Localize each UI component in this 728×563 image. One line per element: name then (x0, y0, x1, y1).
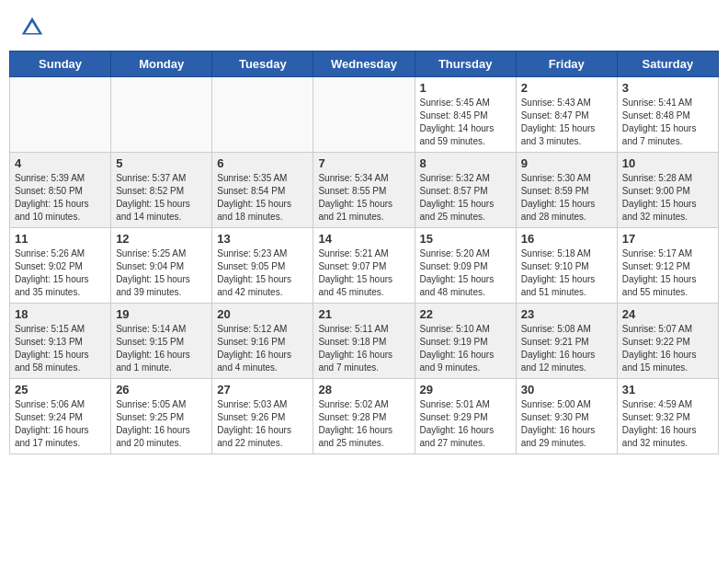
cell-info-line: Daylight: 16 hours (521, 424, 612, 437)
day-header-saturday: Saturday (617, 52, 718, 77)
cell-info-line: Sunrise: 5:14 AM (116, 323, 207, 336)
calendar-cell-11: 11Sunrise: 5:26 AMSunset: 9:02 PMDayligh… (10, 228, 111, 304)
day-number: 3 (622, 81, 713, 95)
cell-info-line: Sunrise: 5:26 AM (15, 247, 106, 260)
day-number: 31 (622, 383, 713, 396)
cell-info-line: Sunset: 9:04 PM (116, 260, 207, 273)
cell-info-line: Daylight: 16 hours (318, 349, 409, 362)
cell-info-line: Daylight: 14 hours (420, 122, 511, 135)
cell-info-line: Daylight: 16 hours (217, 349, 308, 362)
cell-info-line: Sunrise: 5:17 AM (622, 247, 713, 260)
cell-info-line: Sunset: 9:02 PM (15, 260, 106, 273)
day-header-thursday: Thursday (415, 52, 516, 77)
cell-info-line: Daylight: 16 hours (318, 424, 409, 437)
day-number: 19 (116, 307, 207, 321)
cell-info-line: Daylight: 16 hours (622, 424, 713, 437)
cell-info-line: Sunset: 9:00 PM (622, 185, 713, 198)
calendar-cell-2: 2Sunrise: 5:43 AMSunset: 8:47 PMDaylight… (516, 77, 617, 153)
cell-info-line: Daylight: 15 hours (420, 273, 511, 286)
cell-info-line: and 1 minute. (116, 362, 207, 374)
calendar-cell-13: 13Sunrise: 5:23 AMSunset: 9:05 PMDayligh… (212, 228, 313, 304)
cell-info-line: Sunset: 8:45 PM (420, 109, 511, 122)
cell-info-line: Daylight: 15 hours (15, 273, 106, 286)
day-number: 5 (116, 156, 207, 170)
cell-info-line: Daylight: 15 hours (521, 198, 612, 211)
cell-info-line: Sunrise: 5:28 AM (622, 172, 713, 185)
day-number: 4 (15, 156, 106, 170)
cell-info-line: Sunrise: 5:34 AM (318, 172, 409, 185)
calendar-cell-21: 21Sunrise: 5:11 AMSunset: 9:18 PMDayligh… (313, 304, 415, 379)
cell-info-line: and 28 minutes. (521, 211, 612, 224)
cell-info-line: Sunrise: 5:05 AM (116, 398, 207, 411)
day-header-tuesday: Tuesday (212, 52, 313, 77)
cell-info-line: and 25 minutes. (318, 437, 409, 450)
cell-info-line: and 9 minutes. (420, 362, 511, 374)
calendar-cell-4: 4Sunrise: 5:39 AMSunset: 8:50 PMDaylight… (10, 153, 111, 228)
cell-info-line: Sunrise: 5:20 AM (420, 247, 511, 260)
cell-info-line: Daylight: 16 hours (15, 424, 106, 437)
cell-info-line: and 51 minutes. (521, 286, 612, 299)
day-number: 10 (622, 156, 713, 170)
day-number: 16 (521, 232, 612, 246)
cell-info-line: and 7 minutes. (622, 135, 713, 148)
day-number: 15 (420, 232, 511, 246)
cell-info-line: Daylight: 15 hours (217, 273, 308, 286)
calendar-cell-9: 9Sunrise: 5:30 AMSunset: 8:59 PMDaylight… (516, 153, 617, 228)
cell-info-line: and 3 minutes. (521, 135, 612, 148)
cell-info-line: and 42 minutes. (217, 286, 308, 299)
day-header-friday: Friday (516, 52, 617, 77)
cell-info-line: Sunset: 8:59 PM (521, 185, 612, 198)
cell-info-line: and 21 minutes. (318, 211, 409, 224)
cell-info-line: Sunrise: 5:18 AM (521, 247, 612, 260)
cell-info-line: Daylight: 16 hours (217, 424, 308, 437)
cell-info-line: Sunset: 9:07 PM (318, 260, 409, 273)
calendar-cell-1: 1Sunrise: 5:45 AMSunset: 8:45 PMDaylight… (415, 77, 516, 153)
cell-info-line: Sunset: 9:16 PM (217, 336, 308, 349)
day-header-monday: Monday (111, 52, 212, 77)
day-number: 26 (116, 383, 207, 396)
calendar-cell-27: 27Sunrise: 5:03 AMSunset: 9:26 PMDayligh… (212, 379, 313, 454)
cell-info-line: and 35 minutes. (15, 286, 106, 299)
day-number: 28 (318, 383, 409, 396)
cell-info-line: Daylight: 16 hours (420, 424, 511, 437)
cell-info-line: Sunset: 9:32 PM (622, 411, 713, 424)
cell-info-line: Sunrise: 5:10 AM (420, 323, 511, 336)
cell-info-line: Sunrise: 5:32 AM (420, 172, 511, 185)
cell-info-line: Sunrise: 5:01 AM (420, 398, 511, 411)
calendar-cell-14: 14Sunrise: 5:21 AMSunset: 9:07 PMDayligh… (313, 228, 415, 304)
cell-info-line: and 12 minutes. (521, 362, 612, 374)
cell-info-line: Sunset: 9:21 PM (521, 336, 612, 349)
cell-info-line: Daylight: 15 hours (116, 273, 207, 286)
cell-info-line: Sunset: 9:24 PM (15, 411, 106, 424)
cell-info-line: Daylight: 15 hours (521, 273, 612, 286)
logo-icon (18, 14, 46, 41)
cell-info-line: Daylight: 16 hours (521, 349, 612, 362)
cell-info-line: Sunrise: 5:12 AM (217, 323, 308, 336)
cell-info-line: Sunset: 9:15 PM (116, 336, 207, 349)
cell-info-line: Sunset: 9:22 PM (622, 336, 713, 349)
calendar-cell-10: 10Sunrise: 5:28 AMSunset: 9:00 PMDayligh… (617, 153, 718, 228)
cell-info-line: Daylight: 15 hours (521, 122, 612, 135)
cell-info-line: Sunset: 8:55 PM (318, 185, 409, 198)
cell-info-line: Sunset: 9:09 PM (420, 260, 511, 273)
day-number: 12 (116, 232, 207, 246)
cell-info-line: Sunrise: 5:35 AM (217, 172, 308, 185)
calendar-cell-empty-2 (212, 77, 313, 153)
calendar-cell-12: 12Sunrise: 5:25 AMSunset: 9:04 PMDayligh… (111, 228, 212, 304)
calendar-cell-16: 16Sunrise: 5:18 AMSunset: 9:10 PMDayligh… (516, 228, 617, 304)
cell-info-line: and 15 minutes. (622, 362, 713, 374)
cell-info-line: Sunrise: 5:11 AM (318, 323, 409, 336)
calendar-cell-17: 17Sunrise: 5:17 AMSunset: 9:12 PMDayligh… (617, 228, 718, 304)
cell-info-line: Sunrise: 5:23 AM (217, 247, 308, 260)
cell-info-line: Sunrise: 5:30 AM (521, 172, 612, 185)
cell-info-line: Sunset: 9:05 PM (217, 260, 308, 273)
day-number: 22 (420, 307, 511, 321)
calendar-cell-8: 8Sunrise: 5:32 AMSunset: 8:57 PMDaylight… (415, 153, 516, 228)
cell-info-line: Sunrise: 5:39 AM (15, 172, 106, 185)
cell-info-line: Sunset: 9:30 PM (521, 411, 612, 424)
calendar-cell-15: 15Sunrise: 5:20 AMSunset: 9:09 PMDayligh… (415, 228, 516, 304)
cell-info-line: and 18 minutes. (217, 211, 308, 224)
calendar-cell-30: 30Sunrise: 5:00 AMSunset: 9:30 PMDayligh… (516, 379, 617, 454)
cell-info-line: Sunrise: 5:41 AM (622, 97, 713, 109)
calendar-cell-7: 7Sunrise: 5:34 AMSunset: 8:55 PMDaylight… (313, 153, 415, 228)
